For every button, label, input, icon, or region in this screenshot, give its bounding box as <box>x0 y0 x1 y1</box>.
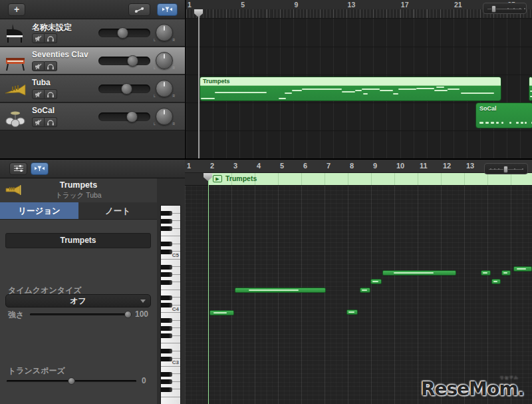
midi-note[interactable] <box>209 310 234 315</box>
show-editors-button[interactable] <box>9 162 27 175</box>
pan-knob[interactable]: LR <box>156 52 173 69</box>
black-key[interactable] <box>161 372 172 377</box>
pan-knob[interactable]: LR <box>156 24 173 41</box>
black-key[interactable] <box>161 250 172 254</box>
black-key[interactable] <box>161 280 172 285</box>
black-key[interactable] <box>161 219 172 224</box>
editor-zoom-slider[interactable] <box>484 163 528 174</box>
track-row[interactable]: SoCalLR <box>0 103 185 130</box>
tracks-timeline[interactable]: 15913172125 TrumpetsSoCal <box>185 0 532 158</box>
black-key[interactable] <box>161 318 172 323</box>
timeline-ruler[interactable]: 15913172125 <box>186 0 532 9</box>
white-key[interactable] <box>161 397 180 404</box>
volume-slider-knob[interactable] <box>126 111 138 122</box>
midi-note[interactable] <box>370 279 382 284</box>
octave-label: C4 <box>172 306 179 312</box>
black-key[interactable] <box>161 349 172 353</box>
midi-note[interactable] <box>382 270 456 276</box>
midi-region[interactable]: Trumpets <box>200 77 501 101</box>
track-row[interactable]: Seventies ClavLR <box>0 47 185 75</box>
inspector-header: Trumpets トラック Tuba <box>0 178 157 202</box>
midi-note[interactable] <box>513 266 532 272</box>
catch-playhead-icon <box>162 4 173 16</box>
black-key[interactable] <box>161 211 172 216</box>
mini-note <box>355 90 362 91</box>
headphones-icon <box>47 61 55 73</box>
track-row[interactable]: TubaLR <box>0 75 185 102</box>
solo-button[interactable] <box>45 61 57 71</box>
playhead-line <box>198 9 200 158</box>
black-key[interactable] <box>161 326 172 331</box>
mute-button[interactable] <box>32 61 45 71</box>
volume-slider-knob[interactable] <box>127 55 138 67</box>
black-key[interactable] <box>161 226 172 231</box>
region-play-button[interactable]: ▶ <box>213 175 222 182</box>
region-label: Trumpets <box>203 78 230 85</box>
midi-note[interactable] <box>360 288 370 293</box>
track-row[interactable]: 名称未設定LR <box>0 19 185 47</box>
solo-button[interactable] <box>45 33 57 43</box>
black-key[interactable] <box>161 379 172 384</box>
tab-note[interactable]: ノート <box>78 202 157 219</box>
midi-region[interactable] <box>529 77 532 101</box>
midi-note[interactable] <box>346 309 358 315</box>
black-key[interactable] <box>161 272 172 277</box>
midi-note[interactable] <box>501 270 511 276</box>
black-key[interactable] <box>161 357 172 361</box>
mute-button[interactable] <box>32 117 45 127</box>
piano-roll-grid[interactable] <box>185 186 532 404</box>
midi-note[interactable] <box>235 288 326 293</box>
volume-slider-knob[interactable] <box>117 27 128 39</box>
piano-keyboard[interactable]: C5C4C3 <box>160 205 181 404</box>
midi-note[interactable] <box>491 279 501 284</box>
black-key[interactable] <box>161 265 172 270</box>
ruler-bar-number: 8 <box>350 162 354 170</box>
region-header <box>200 77 501 86</box>
editor-catch-playhead-button[interactable] <box>31 162 49 175</box>
tab-region[interactable]: リージョン <box>0 202 78 219</box>
black-key[interactable] <box>161 296 172 300</box>
midi-region[interactable]: SoCal <box>475 102 532 128</box>
zoom-slider-handle[interactable] <box>491 5 496 13</box>
mini-note <box>393 93 398 95</box>
transpose-slider-knob[interactable] <box>68 377 75 385</box>
midi-note[interactable] <box>481 270 491 276</box>
black-key[interactable] <box>161 242 172 246</box>
timeline-zoom-slider[interactable] <box>483 3 527 14</box>
black-key[interactable] <box>161 333 172 338</box>
time-quantize-select[interactable]: オフ <box>5 294 151 307</box>
strength-slider[interactable] <box>30 313 132 315</box>
ruler-bar-number: 5 <box>241 1 245 9</box>
volume-slider[interactable] <box>98 29 150 37</box>
mute-button[interactable] <box>32 33 45 43</box>
ruler-bar-number: 5 <box>280 162 284 170</box>
piano-roll-ruler[interactable]: 123456789101112131415 <box>185 160 532 173</box>
pan-left-label: L <box>154 38 156 42</box>
region-name-field[interactable]: Trumpets <box>5 233 151 248</box>
volume-slider[interactable] <box>98 57 150 65</box>
region-lane-bar[interactable]: ▶ Trumpets <box>208 173 532 185</box>
black-key[interactable] <box>161 387 172 392</box>
automation-button[interactable] <box>128 3 150 16</box>
zoom-slider-handle[interactable] <box>503 166 508 173</box>
piano-roll[interactable]: 123456789101112131415 ▶ Trumpets リセマム Re… <box>185 160 532 404</box>
transpose-slider[interactable] <box>7 380 136 382</box>
catch-playhead-button[interactable] <box>157 3 178 16</box>
black-key[interactable] <box>161 303 172 307</box>
ruler-bar-number: 6 <box>303 162 307 170</box>
mini-drum-hit <box>501 122 503 124</box>
mute-button[interactable] <box>32 89 45 99</box>
volume-slider-knob[interactable] <box>121 83 132 95</box>
region-lane[interactable]: ▶ Trumpets <box>185 173 532 186</box>
drums-icon <box>3 105 27 129</box>
strength-slider-knob[interactable] <box>124 311 132 318</box>
mini-note <box>302 89 342 90</box>
solo-button[interactable] <box>45 117 57 127</box>
pan-knob[interactable]: LR <box>156 108 173 125</box>
add-track-button[interactable]: + <box>8 3 25 16</box>
volume-slider[interactable] <box>98 112 150 121</box>
timeline-tickstrip[interactable] <box>186 9 532 19</box>
volume-slider[interactable] <box>98 85 150 93</box>
solo-button[interactable] <box>45 89 57 99</box>
pan-knob[interactable]: LR <box>156 80 173 97</box>
